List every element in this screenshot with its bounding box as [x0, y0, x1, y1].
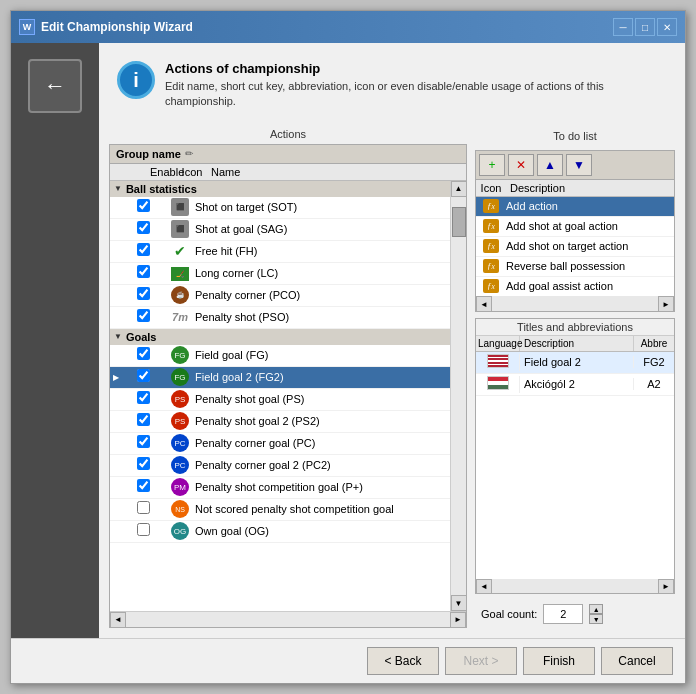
- back-nav-button[interactable]: ←: [28, 59, 82, 113]
- minimize-button[interactable]: ─: [613, 18, 633, 36]
- list-item[interactable]: PC Penalty corner goal (PC): [110, 433, 450, 455]
- action-icon: ✔: [174, 243, 186, 259]
- scroll-right-button[interactable]: ►: [450, 612, 466, 628]
- todo-section: + ✕ ▲ ▼ Icon Description ƒx Add: [475, 150, 675, 312]
- maximize-button[interactable]: □: [635, 18, 655, 36]
- enable-checkbox[interactable]: [137, 391, 150, 404]
- row-name: Penalty corner goal (PC): [195, 437, 450, 449]
- group-collapse-icon[interactable]: ▼: [114, 184, 122, 193]
- row-check[interactable]: [122, 501, 165, 517]
- list-item[interactable]: OG Own goal (OG): [110, 521, 450, 543]
- list-item[interactable]: 7m Penalty shot (PSO): [110, 307, 450, 329]
- scroll-thumb[interactable]: [452, 207, 466, 237]
- row-name: Not scored penalty shot competition goal: [195, 503, 450, 515]
- enable-checkbox[interactable]: [137, 413, 150, 426]
- scroll-left-button[interactable]: ◄: [110, 612, 126, 628]
- enable-checkbox[interactable]: [137, 501, 150, 514]
- titles-scroll-right[interactable]: ►: [658, 579, 674, 595]
- row-check[interactable]: [122, 243, 165, 259]
- todo-item[interactable]: ƒx Reverse ball possession: [476, 257, 674, 277]
- move-up-button[interactable]: ▲: [537, 154, 563, 176]
- enable-checkbox[interactable]: [137, 457, 150, 470]
- close-button[interactable]: ✕: [657, 18, 677, 36]
- move-down-button[interactable]: ▼: [566, 154, 592, 176]
- row-check[interactable]: [122, 369, 165, 385]
- titles-scroll-left[interactable]: ◄: [476, 579, 492, 595]
- scroll-down-button[interactable]: ▼: [451, 595, 467, 611]
- cancel-button[interactable]: Cancel: [601, 647, 673, 675]
- enable-checkbox[interactable]: [137, 287, 150, 300]
- todo-item[interactable]: ƒx Add goal assist action: [476, 277, 674, 297]
- info-header: i Actions of championship Edit name, sho…: [109, 53, 675, 118]
- group-row[interactable]: ▼ Goals: [110, 329, 450, 345]
- list-item[interactable]: ▶ FG Field goal 2 (FG2): [110, 367, 450, 389]
- todo-scroll-right[interactable]: ►: [658, 296, 674, 312]
- enable-checkbox[interactable]: [137, 265, 150, 278]
- todo-col-headers: Icon Description: [476, 180, 674, 197]
- list-item[interactable]: PS Penalty shot goal 2 (PS2): [110, 411, 450, 433]
- titles-horizontal-scrollbar[interactable]: ◄ ►: [476, 579, 674, 593]
- group-collapse-icon[interactable]: ▼: [114, 332, 122, 341]
- enable-checkbox[interactable]: [137, 309, 150, 322]
- enable-checkbox[interactable]: [137, 199, 150, 212]
- list-item[interactable]: PM Penalty shot competition goal (P+): [110, 477, 450, 499]
- back-button[interactable]: < Back: [367, 647, 439, 675]
- row-check[interactable]: [122, 347, 165, 363]
- titles-scroll-track[interactable]: [492, 579, 658, 595]
- row-check[interactable]: [122, 391, 165, 407]
- titles-item[interactable]: Akciógól 2 A2: [476, 374, 674, 396]
- actions-label: Actions: [109, 128, 467, 140]
- scroll-track[interactable]: [451, 197, 467, 595]
- row-check[interactable]: [122, 479, 165, 495]
- scroll-up-button[interactable]: ▲: [451, 181, 467, 197]
- todo-item[interactable]: ƒx Add shot at goal action: [476, 217, 674, 237]
- list-item[interactable]: 🏒 Long corner (LC): [110, 263, 450, 285]
- titles-item[interactable]: Field goal 2 FG2: [476, 352, 674, 374]
- enable-checkbox[interactable]: [137, 435, 150, 448]
- bottom-bar: < Back Next > Finish Cancel: [11, 638, 685, 683]
- list-item[interactable]: FG Field goal (FG): [110, 345, 450, 367]
- enable-checkbox[interactable]: [137, 479, 150, 492]
- row-check[interactable]: [122, 287, 165, 303]
- vertical-scrollbar[interactable]: ▲ ▼: [450, 181, 466, 611]
- list-item[interactable]: ⬛ Shot on target (SOT): [110, 197, 450, 219]
- todo-scroll-track[interactable]: [492, 296, 658, 312]
- group-row[interactable]: ▼ Ball statistics: [110, 181, 450, 197]
- row-check[interactable]: [122, 413, 165, 429]
- scroll-htrack[interactable]: [126, 612, 450, 628]
- spinner-down-button[interactable]: ▼: [589, 614, 603, 624]
- row-check[interactable]: [122, 523, 165, 539]
- delete-todo-button[interactable]: ✕: [508, 154, 534, 176]
- row-check[interactable]: [122, 457, 165, 473]
- todo-item[interactable]: ƒx Add action: [476, 197, 674, 217]
- enable-checkbox[interactable]: [137, 523, 150, 536]
- todo-scroll-left[interactable]: ◄: [476, 296, 492, 312]
- todo-horizontal-scrollbar[interactable]: ◄ ►: [476, 297, 674, 311]
- edit-icon[interactable]: ✏: [185, 148, 193, 159]
- list-item[interactable]: NS Not scored penalty shot competition g…: [110, 499, 450, 521]
- list-item[interactable]: PC Penalty corner goal 2 (PC2): [110, 455, 450, 477]
- row-check[interactable]: [122, 309, 165, 325]
- row-check[interactable]: [122, 265, 165, 281]
- todo-item[interactable]: ƒx Add shot on target action: [476, 237, 674, 257]
- row-arrow[interactable]: ▶: [110, 373, 122, 382]
- next-button[interactable]: Next >: [445, 647, 517, 675]
- horizontal-scrollbar[interactable]: ◄ ►: [110, 611, 466, 627]
- goal-count-input[interactable]: 2: [543, 604, 583, 624]
- row-check[interactable]: [122, 221, 165, 237]
- list-item[interactable]: ☕ Penalty corner (PCO): [110, 285, 450, 307]
- add-todo-button[interactable]: +: [479, 154, 505, 176]
- enable-checkbox[interactable]: [137, 243, 150, 256]
- spinner-up-button[interactable]: ▲: [589, 604, 603, 614]
- col-headers: Enable Icon Name: [110, 164, 466, 181]
- row-check[interactable]: [122, 435, 165, 451]
- right-section: To do list + ✕ ▲ ▼ Icon Description: [475, 128, 675, 628]
- list-item[interactable]: ⬛ Shot at goal (SAG): [110, 219, 450, 241]
- list-item[interactable]: PS Penalty shot goal (PS): [110, 389, 450, 411]
- list-item[interactable]: ✔ Free hit (FH): [110, 241, 450, 263]
- finish-button[interactable]: Finish: [523, 647, 595, 675]
- enable-checkbox[interactable]: [137, 369, 150, 382]
- row-check[interactable]: [122, 199, 165, 215]
- enable-checkbox[interactable]: [137, 221, 150, 234]
- enable-checkbox[interactable]: [137, 347, 150, 360]
